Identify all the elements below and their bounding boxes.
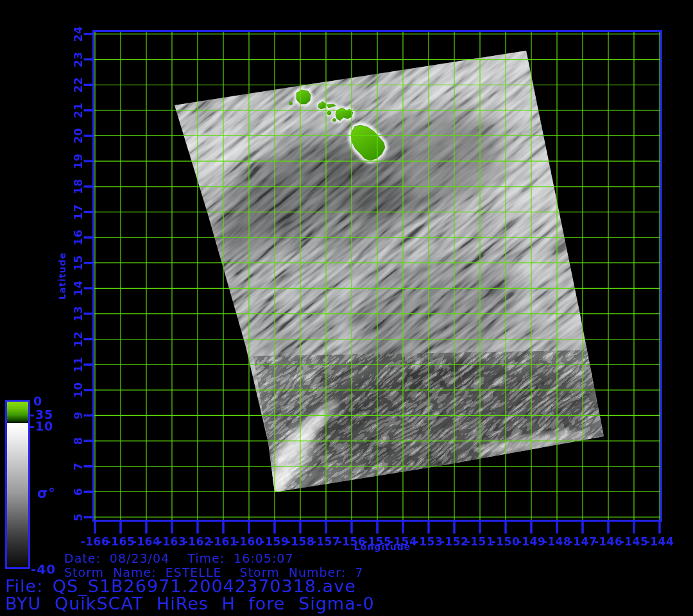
y-axis-title: Latitude xyxy=(57,252,67,300)
island-kahoolawe xyxy=(333,119,336,122)
lat-tick-label: 21 xyxy=(72,103,85,119)
swath-image xyxy=(0,0,693,616)
latitude-ticks xyxy=(84,34,94,517)
lon-tick-label: -164 xyxy=(132,535,161,548)
lon-tick-label: -162 xyxy=(184,535,212,548)
plot-stage: -166-165-164-163-162-161-160-159-158-157… xyxy=(0,0,693,616)
lon-tick-label: -157 xyxy=(312,535,341,548)
lat-tick-label: 16 xyxy=(72,230,85,246)
latitude-tick-labels: 24232221201918171615141312111098765 xyxy=(72,26,85,521)
lon-tick-label: -161 xyxy=(209,535,238,548)
lon-tick-label: -166 xyxy=(81,535,110,548)
lon-tick-label: -153 xyxy=(415,535,443,548)
lon-tick-label: -147 xyxy=(569,535,597,548)
lat-tick-label: 19 xyxy=(72,153,85,169)
date-time-line: Date: 08/23/04 Time: 16:05:07 xyxy=(64,551,294,565)
lat-tick-label: 9 xyxy=(72,411,85,419)
lon-tick-label: -146 xyxy=(594,535,623,548)
lon-tick-label: -144 xyxy=(646,535,674,548)
lat-tick-label: 6 xyxy=(72,488,85,495)
lat-tick-label: 17 xyxy=(72,204,85,220)
product-title-line: BYU QuikSCAT HiRes H fore Sigma-0 xyxy=(5,594,375,613)
lat-tick-label: 10 xyxy=(72,382,85,398)
lon-tick-label: -149 xyxy=(517,535,546,548)
colorbar-unit-sigma0: σ° xyxy=(37,486,56,501)
lat-tick-label: 20 xyxy=(72,128,85,144)
lat-tick-label: 5 xyxy=(72,513,85,521)
colorbar-label-0: 0 xyxy=(33,394,42,408)
lat-tick-label: 15 xyxy=(72,255,85,271)
lon-tick-label: -145 xyxy=(620,535,649,548)
lat-tick-label: 7 xyxy=(72,463,85,470)
longitude-ticks xyxy=(95,521,660,534)
lon-tick-label: -163 xyxy=(158,535,187,548)
lon-tick-label: -165 xyxy=(107,535,135,548)
colorbar-label-10: -10 xyxy=(30,419,53,433)
island-kauai xyxy=(296,90,311,104)
lat-tick-label: 14 xyxy=(72,280,85,296)
island-niihau xyxy=(289,102,293,105)
lat-tick-label: 23 xyxy=(72,51,85,67)
lat-tick-label: 8 xyxy=(72,437,85,445)
island-lanai xyxy=(327,111,331,115)
lon-tick-label: -160 xyxy=(235,535,264,548)
lat-tick-label: 12 xyxy=(72,331,85,347)
x-axis-title: Longitude xyxy=(354,542,411,552)
lon-tick-label: -150 xyxy=(492,535,520,548)
lon-tick-label: -151 xyxy=(466,535,495,548)
lat-tick-label: 11 xyxy=(72,357,85,373)
lat-tick-label: 13 xyxy=(72,306,85,322)
colorbar xyxy=(5,400,30,569)
colorbar-label-40: -40 xyxy=(31,561,56,577)
lon-tick-label: -152 xyxy=(440,535,469,548)
lat-tick-label: 18 xyxy=(72,178,85,194)
lon-tick-label: -148 xyxy=(543,535,572,548)
lat-tick-label: 24 xyxy=(72,26,85,42)
plot-svg: -166-165-164-163-162-161-160-159-158-157… xyxy=(0,0,693,616)
lat-tick-label: 22 xyxy=(72,77,85,93)
lon-tick-label: -159 xyxy=(261,535,289,548)
lon-tick-label: -158 xyxy=(286,535,315,548)
